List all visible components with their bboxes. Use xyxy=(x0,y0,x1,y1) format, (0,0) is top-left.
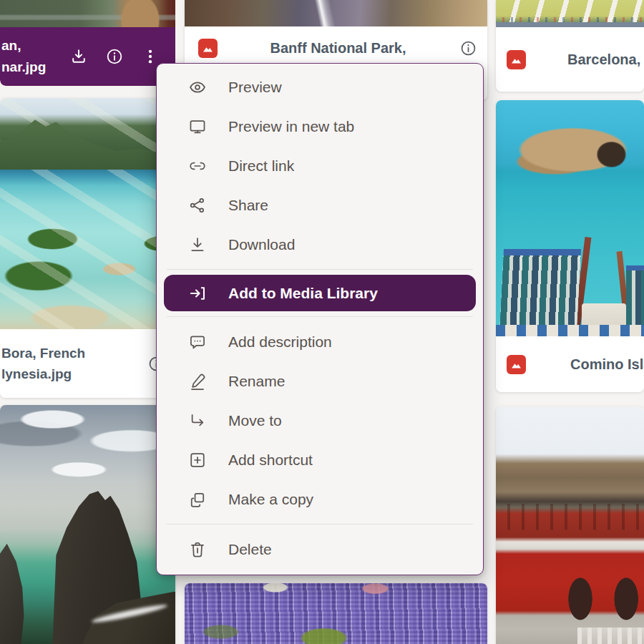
menu-item-label: Rename xyxy=(228,373,285,390)
menu-item-preview-new-tab[interactable]: Preview in new tab xyxy=(157,107,483,146)
menu-item-rename[interactable]: Rename xyxy=(157,361,483,401)
menu-item-direct-link[interactable]: Direct link xyxy=(157,146,483,185)
menu-item-label: Move to xyxy=(228,412,282,429)
menu-item-label: Make a copy xyxy=(228,491,313,508)
monitor-icon xyxy=(188,117,207,136)
arrow-move-icon xyxy=(188,411,207,430)
share-icon xyxy=(188,196,207,215)
deck-chair xyxy=(499,249,581,333)
more-options-icon[interactable] xyxy=(141,47,160,66)
menu-item-move-to[interactable]: Move to xyxy=(157,401,483,440)
media-gallery-screen: an,nar.jpg xyxy=(0,0,644,644)
menu-item-label: Preview xyxy=(228,79,282,96)
selected-tile-action-bar: an,nar.jpg xyxy=(0,27,175,86)
noronha-left-rock xyxy=(0,544,39,644)
bora-title: Bora, Frenchlynesia.jpg xyxy=(1,343,85,384)
menu-item-download[interactable]: Download xyxy=(157,225,483,264)
image-file-icon xyxy=(507,50,526,69)
lupine-thumbnail[interactable] xyxy=(185,583,487,644)
barcelona-thumbnail[interactable] xyxy=(496,0,644,27)
tile-selected-myanmar[interactable]: an,nar.jpg xyxy=(0,0,175,86)
image-file-icon xyxy=(198,39,218,58)
menu-item-delete[interactable]: Delete xyxy=(157,530,483,569)
bora-title-line2: lynesia.jpg xyxy=(1,366,72,381)
info-icon[interactable] xyxy=(459,39,477,57)
bora-bora-thumbnail[interactable] xyxy=(0,98,175,329)
tile-lupine-field[interactable] xyxy=(185,583,487,644)
menu-item-label: Share xyxy=(228,197,268,214)
tile-comino[interactable]: Comino Islan xyxy=(496,100,644,392)
comino-tile-footer: Comino Islan xyxy=(496,336,644,392)
download-icon[interactable] xyxy=(69,47,88,66)
selected-filename-line2: nar.jpg xyxy=(1,59,46,74)
copy-icon xyxy=(188,490,207,509)
barcelona-tile-footer: Barcelona, xyxy=(496,27,644,92)
deck-chair xyxy=(626,265,644,332)
menu-divider xyxy=(167,316,473,317)
menu-item-label: Add description xyxy=(228,333,332,351)
selected-filename-line1: an, xyxy=(1,38,21,53)
barcelona-title: Barcelona, xyxy=(567,49,640,70)
menu-item-share[interactable]: Share xyxy=(157,185,483,225)
info-icon[interactable] xyxy=(105,47,124,66)
menu-item-label: Add to Media Library xyxy=(228,285,378,302)
tile-forbidden-city[interactable] xyxy=(496,406,644,644)
selected-filename: an,nar.jpg xyxy=(1,35,46,78)
menu-item-label: Add shortcut xyxy=(228,452,313,469)
context-menu: Preview Preview in new tab Direct link S… xyxy=(156,63,484,575)
comment-icon xyxy=(188,333,207,351)
tile-bora-bora[interactable]: Bora, Frenchlynesia.jpg xyxy=(0,98,175,398)
menu-item-label: Download xyxy=(228,236,295,253)
eye-icon xyxy=(188,78,207,97)
menu-item-preview[interactable]: Preview xyxy=(157,67,483,107)
selected-tile-actions xyxy=(69,47,160,66)
tile-noronha[interactable] xyxy=(0,405,175,644)
bora-mountain-ridge xyxy=(0,114,175,170)
pencil-icon xyxy=(188,372,207,391)
bora-title-line1: Bora, French xyxy=(1,346,85,361)
menu-item-add-to-media-library[interactable]: Add to Media Library xyxy=(164,275,476,311)
menu-item-add-shortcut[interactable]: Add shortcut xyxy=(157,440,483,479)
menu-divider xyxy=(167,524,473,525)
link-icon xyxy=(188,157,207,175)
comino-thumbnail[interactable] xyxy=(496,100,644,336)
menu-item-label: Delete xyxy=(228,541,272,558)
stone-fence xyxy=(577,628,644,644)
banff-title: Banff National Park, xyxy=(225,38,452,59)
trash-icon xyxy=(188,540,207,559)
tile-barcelona[interactable]: Barcelona, xyxy=(496,0,644,92)
comino-title: Comino Islan xyxy=(570,354,644,375)
download-icon xyxy=(188,235,207,254)
image-file-icon xyxy=(507,355,526,374)
menu-divider xyxy=(167,269,473,270)
myanmar-thumbnail[interactable] xyxy=(0,0,175,27)
menu-item-label: Preview in new tab xyxy=(228,118,354,135)
add-square-icon xyxy=(188,451,207,469)
arrow-enter-icon xyxy=(188,284,207,303)
menu-item-add-description[interactable]: Add description xyxy=(157,322,483,361)
forbidden-city-thumbnail[interactable] xyxy=(496,406,644,644)
menu-item-make-a-copy[interactable]: Make a copy xyxy=(157,479,483,519)
checkered-wall xyxy=(496,325,644,337)
noronha-thumbnail[interactable] xyxy=(0,405,175,644)
banff-thumbnail[interactable] xyxy=(185,0,487,26)
menu-item-label: Direct link xyxy=(228,157,294,175)
bora-tile-footer: Bora, Frenchlynesia.jpg xyxy=(0,329,175,398)
